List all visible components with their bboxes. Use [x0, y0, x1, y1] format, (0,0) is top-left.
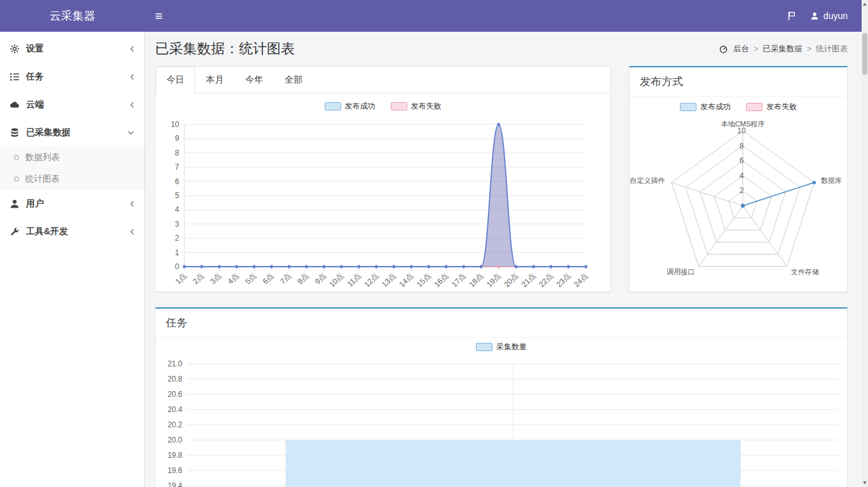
- svg-text:17点: 17点: [449, 271, 467, 289]
- legend-label: 发布成功: [700, 102, 731, 112]
- svg-text:19.8: 19.8: [168, 451, 183, 460]
- svg-text:7: 7: [175, 163, 179, 171]
- svg-text:20.2: 20.2: [168, 420, 183, 429]
- svg-text:20点: 20点: [502, 271, 520, 289]
- gear-icon: [10, 44, 20, 54]
- top-navbar: 云采集器 ≡ duyun: [0, 0, 862, 32]
- chevron-left-icon: [129, 101, 135, 109]
- svg-text:2点: 2点: [191, 271, 205, 286]
- svg-text:自定义插件: 自定义插件: [630, 177, 665, 184]
- tab-all[interactable]: 全部: [274, 67, 313, 93]
- line-chart-legend: 发布成功 发布失败: [156, 101, 610, 112]
- tasks-card: 任务 采集数量 21.020.820.620.420.220.019.819.6…: [155, 307, 848, 487]
- database-icon: [10, 128, 20, 138]
- radar-chart-legend: 发布成功 发布失败: [630, 102, 847, 112]
- period-tabs: 今日 本月 今年 全部: [156, 67, 610, 93]
- svg-text:6: 6: [175, 177, 179, 186]
- chevron-left-icon: [129, 45, 135, 53]
- svg-text:3点: 3点: [208, 271, 222, 286]
- tab-this-month[interactable]: 本月: [195, 67, 234, 93]
- legend-publish-fail[interactable]: 发布失败: [391, 101, 442, 112]
- legend-label: 发布失败: [411, 101, 442, 112]
- sidebar-item-users[interactable]: 用户: [0, 190, 144, 218]
- svg-text:15点: 15点: [414, 271, 432, 289]
- main-content: 已采集数据：统计图表 后台 > 已采集数据 > 统计图表 今日 本月 今年 全部: [145, 32, 868, 487]
- svg-text:0: 0: [175, 262, 179, 271]
- vertical-scrollbar: [862, 0, 868, 487]
- chevron-left-icon: [129, 228, 135, 236]
- success-swatch-icon: [325, 102, 341, 110]
- submenu-item-label: 数据列表: [25, 152, 60, 163]
- tab-this-year[interactable]: 今年: [234, 67, 274, 93]
- page-title: 已采集数据：统计图表: [155, 39, 295, 58]
- svg-text:8点: 8点: [295, 271, 310, 286]
- breadcrumb-current: 统计图表: [816, 44, 848, 55]
- line-chart: 0123456789101点2点3点4点5点6点7点8点9点10点11点12点1…: [159, 116, 607, 292]
- svg-text:20.4: 20.4: [168, 405, 183, 414]
- sidebar-item-label: 用户: [26, 198, 44, 210]
- card-title: 发布方式: [630, 67, 847, 97]
- brand-logo[interactable]: 云采集器: [0, 0, 145, 32]
- navbar-right: duyun: [787, 0, 862, 32]
- breadcrumb-separator: >: [807, 44, 811, 53]
- cloud-icon: [10, 100, 20, 110]
- svg-text:12点: 12点: [362, 271, 380, 289]
- svg-text:文件存储: 文件存储: [791, 268, 819, 276]
- sidebar-item-collected-data[interactable]: 已采集数据: [0, 119, 144, 147]
- card-title: 任务: [156, 309, 847, 338]
- dashboard-icon: [719, 45, 728, 53]
- sidebar-item-tools-dev[interactable]: 工具&开发: [0, 218, 144, 246]
- svg-text:10点: 10点: [327, 271, 345, 289]
- svg-text:19点: 19点: [484, 271, 502, 289]
- svg-text:9: 9: [175, 134, 179, 143]
- breadcrumb-backend[interactable]: 后台: [733, 44, 749, 55]
- breadcrumb-collected-data[interactable]: 已采集数据: [763, 44, 803, 55]
- svg-text:18点: 18点: [467, 271, 485, 289]
- user-icon: [810, 11, 819, 20]
- sidebar-item-label: 已采集数据: [26, 127, 71, 138]
- sidebar-item-label: 设置: [26, 43, 44, 55]
- svg-text:19.6: 19.6: [168, 466, 183, 475]
- wrench-icon: [10, 227, 20, 237]
- tab-today[interactable]: 今日: [156, 67, 195, 93]
- submenu-item-data-list[interactable]: 数据列表: [0, 147, 144, 168]
- svg-text:10: 10: [170, 120, 179, 129]
- legend-publish-fail[interactable]: 发布失败: [746, 102, 797, 112]
- sidebar-item-cloud[interactable]: 云端: [0, 91, 144, 119]
- svg-text:本地CMS程序: 本地CMS程序: [721, 120, 764, 128]
- username: duyun: [824, 11, 848, 21]
- circle-icon: [14, 155, 19, 160]
- scrollbar-thumb[interactable]: [862, 33, 867, 75]
- sidebar-item-settings[interactable]: 设置: [0, 35, 144, 63]
- scroll-up-arrow-icon[interactable]: [863, 3, 867, 6]
- submenu-item-statistics-chart[interactable]: 统计图表: [0, 168, 144, 190]
- sidebar-item-tasks[interactable]: 任务: [0, 63, 144, 91]
- user-menu[interactable]: duyun: [810, 11, 848, 21]
- svg-text:19.4: 19.4: [168, 481, 183, 487]
- svg-text:11点: 11点: [345, 271, 362, 288]
- svg-text:5: 5: [175, 191, 179, 200]
- svg-text:2: 2: [175, 234, 179, 243]
- svg-text:7点: 7点: [278, 271, 292, 286]
- svg-text:9点: 9点: [313, 271, 327, 286]
- scroll-down-arrow-icon[interactable]: [863, 481, 867, 484]
- sidebar-toggle-button[interactable]: ≡: [145, 0, 173, 32]
- svg-text:20.8: 20.8: [168, 375, 183, 384]
- svg-text:4: 4: [740, 171, 744, 180]
- sidebar-item-label: 云端: [26, 99, 44, 110]
- collect-swatch-icon: [476, 343, 492, 351]
- legend-publish-success[interactable]: 发布成功: [325, 101, 376, 112]
- flag-button[interactable]: [787, 11, 796, 21]
- legend-collect-count[interactable]: 采集数量: [476, 342, 527, 352]
- breadcrumb: 后台 > 已采集数据 > 统计图表: [719, 44, 848, 55]
- svg-text:1点: 1点: [173, 271, 188, 286]
- svg-text:10: 10: [737, 126, 746, 135]
- sidebar-item-label: 任务: [26, 71, 44, 83]
- svg-text:20.6: 20.6: [168, 390, 183, 399]
- legend-publish-success[interactable]: 发布成功: [680, 102, 731, 112]
- publish-stats-card: 今日 本月 今年 全部 发布成功 发布失败 0123456789101点2点3点…: [155, 66, 611, 292]
- breadcrumb-separator: >: [754, 44, 758, 53]
- svg-text:20.0: 20.0: [168, 436, 183, 444]
- svg-text:13点: 13点: [380, 271, 398, 289]
- chevron-left-icon: [129, 200, 135, 208]
